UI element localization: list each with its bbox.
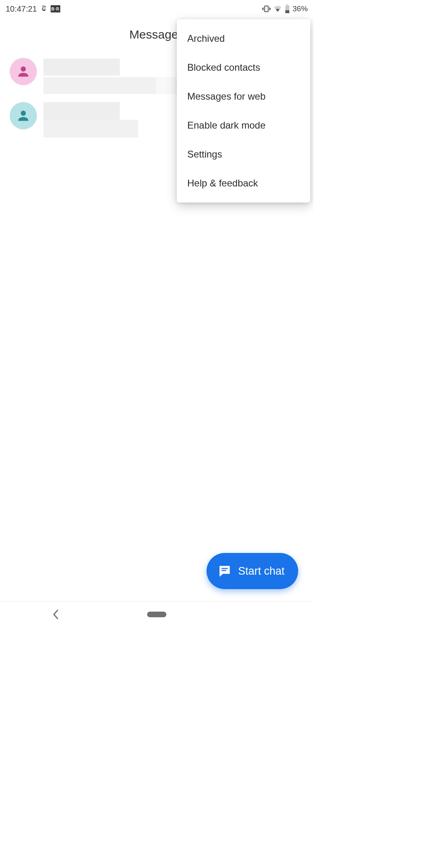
avatar[interactable] [10,58,37,85]
navigation-bar [0,601,313,627]
avatar[interactable] [10,102,37,129]
person-icon [16,108,31,123]
start-chat-button[interactable]: Start chat [207,553,298,589]
svg-rect-0 [264,6,268,12]
status-left: 10:47:21 B·R [6,4,60,14]
chat-icon [218,564,231,578]
svg-point-10 [21,111,26,116]
battery-icon [285,4,290,13]
battery-percent: 36% [293,4,308,13]
page-title: Messages [129,28,184,41]
home-pill[interactable] [147,612,166,617]
fab-label: Start chat [238,565,285,577]
nyt-icon [41,5,48,12]
br-icon: B·R [51,5,60,12]
person-icon [16,64,31,79]
notification-icons: B·R [41,5,60,12]
svg-rect-8 [285,12,289,13]
menu-item-help-feedback[interactable]: Help & feedback [177,169,310,198]
menu-item-settings[interactable]: Settings [177,140,310,169]
back-button[interactable] [52,609,59,620]
menu-item-blocked-contacts[interactable]: Blocked contacts [177,53,310,82]
svg-rect-5 [287,4,288,6]
menu-item-archived[interactable]: Archived [177,24,310,53]
menu-item-enable-dark-mode[interactable]: Enable dark mode [177,111,310,140]
vibrate-icon [262,5,271,12]
svg-point-9 [21,66,26,72]
status-bar: 10:47:21 B·R [0,0,313,18]
overflow-menu: Archived Blocked contacts Messages for w… [177,19,310,203]
status-time: 10:47:21 [6,4,37,14]
wifi-icon [273,5,282,12]
menu-item-messages-for-web[interactable]: Messages for web [177,82,310,111]
status-right: 36% [262,4,308,13]
